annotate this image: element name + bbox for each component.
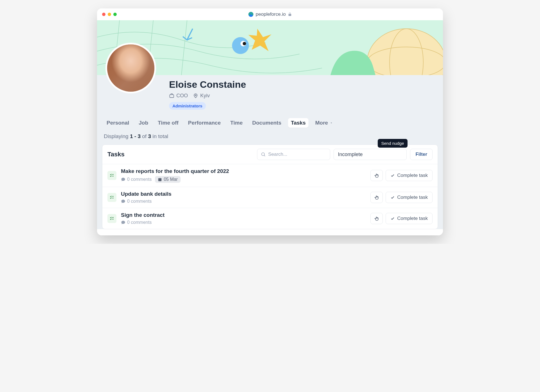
tab-more[interactable]: More	[312, 118, 336, 128]
comment-icon	[121, 199, 125, 204]
page-content: Eloise Constaine COO Kyiv	[97, 20, 443, 229]
pointing-hand-icon	[374, 195, 379, 200]
calendar-icon	[158, 177, 162, 182]
task-row: Sign the contract 0 comments	[102, 208, 438, 229]
tab-timeoff[interactable]: Time off	[155, 118, 181, 128]
task-row: Make reports for the fourth quarter of 2…	[102, 164, 438, 187]
checklist-icon	[107, 171, 116, 180]
task-title[interactable]: Update bank details	[121, 191, 366, 197]
comment-icon	[121, 177, 125, 182]
complete-task-button[interactable]: Complete task	[386, 170, 433, 181]
svg-line-2	[181, 20, 187, 75]
location: Kyiv	[193, 93, 210, 99]
profile-meta: COO Kyiv	[169, 93, 436, 99]
comments-link[interactable]: 0 comments	[121, 220, 152, 225]
comment-icon	[121, 220, 125, 225]
check-icon	[390, 216, 395, 221]
task-meta: 0 comments 05 Mar	[121, 176, 366, 183]
avatar[interactable]	[105, 43, 156, 93]
comments-link[interactable]: 0 comments	[121, 199, 152, 204]
complete-task-button[interactable]: Complete task	[386, 213, 433, 224]
search-placeholder: Search...	[268, 152, 287, 157]
svg-point-3	[232, 37, 249, 54]
tab-documents[interactable]: Documents	[249, 118, 284, 128]
profile-name: Eloise Constaine	[169, 79, 436, 90]
check-icon	[390, 195, 395, 200]
task-meta: 0 comments	[121, 220, 366, 225]
send-nudge-button[interactable]	[370, 213, 383, 224]
tasks-toolbar: Tasks Search... Incomplete Send nudge Fi…	[102, 145, 438, 164]
window-titlebar: peopleforce.io	[97, 8, 443, 20]
nudge-tooltip: Send nudge	[378, 139, 408, 148]
briefcase-icon	[169, 93, 174, 98]
send-nudge-button[interactable]	[370, 192, 383, 203]
chevron-down-icon	[330, 121, 333, 125]
tab-personal[interactable]: Personal	[104, 118, 132, 128]
tab-performance[interactable]: Performance	[185, 118, 224, 128]
svg-rect-9	[170, 95, 174, 98]
send-nudge-button[interactable]	[370, 170, 383, 181]
address-bar: peopleforce.io	[248, 12, 292, 17]
site-favicon-icon	[248, 12, 253, 17]
status-filter-value: Incomplete	[338, 152, 363, 157]
tasks-card: Tasks Search... Incomplete Send nudge Fi…	[102, 145, 438, 229]
location-text: Kyiv	[200, 93, 210, 99]
minimize-window-icon[interactable]	[108, 13, 111, 16]
profile-header: Eloise Constaine COO Kyiv	[97, 75, 443, 115]
svg-point-11	[262, 153, 265, 156]
task-meta: 0 comments	[121, 199, 366, 204]
comments-link[interactable]: 0 comments	[121, 177, 152, 182]
maximize-window-icon[interactable]	[113, 13, 117, 16]
svg-rect-16	[158, 178, 161, 179]
svg-point-10	[195, 95, 196, 96]
role: COO	[169, 93, 188, 99]
svg-point-6	[367, 29, 443, 75]
check-icon	[390, 173, 395, 178]
role-text: COO	[176, 93, 188, 99]
tab-tasks[interactable]: Tasks	[288, 118, 308, 128]
pointing-hand-icon	[374, 216, 379, 221]
checklist-icon	[107, 214, 116, 223]
due-date-badge[interactable]: 05 Mar	[155, 176, 181, 183]
complete-task-button[interactable]: Complete task	[386, 192, 433, 203]
checklist-icon	[107, 193, 116, 202]
task-row: Update bank details 0 comments	[102, 187, 438, 208]
close-window-icon[interactable]	[102, 13, 105, 16]
lock-icon	[288, 12, 292, 16]
svg-line-12	[264, 155, 265, 156]
url-text: peopleforce.io	[256, 12, 286, 17]
task-title[interactable]: Make reports for the fourth quarter of 2…	[121, 168, 366, 174]
status-filter-select[interactable]: Incomplete Send nudge	[334, 149, 407, 160]
filter-button[interactable]: Filter	[410, 149, 433, 160]
role-badge[interactable]: Administrators	[169, 102, 206, 110]
task-title[interactable]: Sign the contract	[121, 212, 366, 218]
tab-job[interactable]: Job	[136, 118, 151, 128]
pointing-hand-icon	[374, 173, 379, 178]
browser-window: peopleforce.io	[97, 8, 443, 235]
tab-more-label: More	[315, 120, 328, 126]
search-icon	[261, 152, 266, 157]
location-pin-icon	[193, 93, 198, 98]
tab-time[interactable]: Time	[228, 118, 246, 128]
tasks-heading: Tasks	[107, 151, 125, 158]
svg-point-5	[243, 42, 246, 45]
profile-tabs: Personal Job Time off Performance Time D…	[97, 115, 443, 132]
traffic-lights	[102, 13, 117, 16]
search-input[interactable]: Search...	[257, 149, 330, 160]
